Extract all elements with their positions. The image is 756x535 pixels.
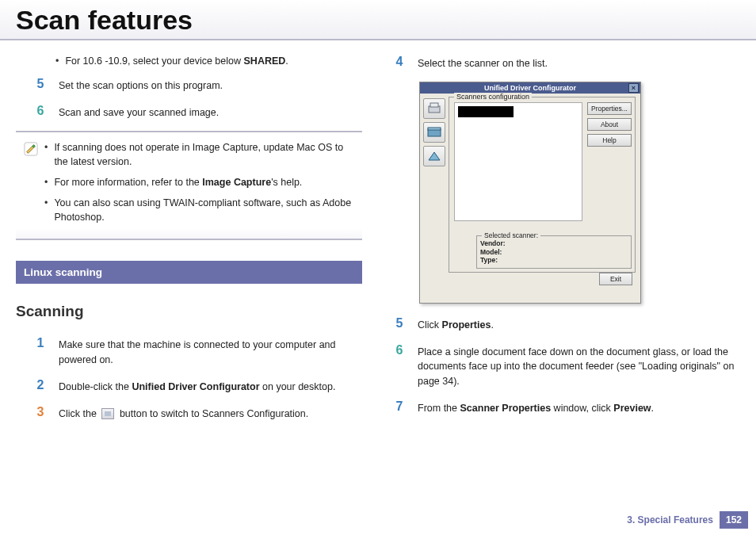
text-bold2: Preview	[613, 403, 651, 414]
linux-step-2: 2 Double-click the Unified Driver Config…	[35, 378, 362, 394]
text: For 10.6 -10.9, select your device below…	[65, 55, 288, 69]
right-column: 4 Select the scanner on the list. Unifie…	[394, 55, 740, 432]
text-pre: Click the	[59, 408, 99, 419]
step-number: 5	[394, 316, 405, 331]
note-line-3: • You can also scan using TWAIN-complian…	[44, 196, 359, 224]
page-footer: 3. Special Features 152	[627, 511, 748, 529]
text-post: 's help.	[271, 177, 302, 188]
scanner-list[interactable]	[454, 102, 582, 221]
linux-step-4: 4 Select the scanner on the list.	[394, 55, 740, 71]
step-text: Make sure that the machine is connected …	[59, 336, 362, 366]
text-bold: Image Capture	[202, 177, 271, 188]
step-number: 2	[35, 378, 46, 392]
selected-type-label: Type:	[480, 256, 628, 265]
scanner-list-item-selected[interactable]	[458, 106, 514, 117]
bullet-dot-icon: •	[44, 196, 48, 224]
selected-vendor-label: Vendor:	[480, 239, 628, 248]
bullet-dot-icon: •	[55, 55, 59, 69]
linux-step-6: 6 Place a single document face down on t…	[394, 343, 740, 388]
step-number: 7	[394, 399, 405, 414]
step-number: 1	[35, 336, 46, 350]
text-bold: Properties	[442, 319, 491, 331]
chapter-label: 3. Special Features	[627, 514, 713, 525]
window-titlebar: Unified Driver Configurator ×	[420, 82, 640, 94]
selected-scanner-legend: Selected scanner:	[482, 231, 540, 239]
text-bold: SHARED	[244, 55, 286, 67]
note-box: • If scanning does not operate in Image …	[16, 131, 362, 241]
text-mid: window, click	[551, 403, 613, 414]
step-text: From the Scanner Properties window, clic…	[418, 399, 740, 415]
printers-tab-button[interactable]	[423, 98, 445, 119]
step-text: Set the scan options on this program.	[59, 77, 362, 93]
text-bold1: Scanner Properties	[460, 403, 552, 414]
exit-button[interactable]: Exit	[599, 273, 632, 285]
step-number: 3	[35, 405, 46, 419]
text-post: on your desktop.	[260, 381, 336, 392]
note-line-1: • If scanning does not operate in Image …	[44, 140, 359, 169]
fieldset-legend: Scanners configuration	[454, 93, 532, 101]
text-post: button to switch to Scanners Configurati…	[116, 408, 308, 419]
configurator-window: Unified Driver Configurator ×	[419, 82, 641, 304]
text-post: .	[491, 319, 493, 331]
linux-step-7: 7 From the Scanner Properties window, cl…	[394, 399, 740, 415]
window-title-text: Unified Driver Configurator	[484, 84, 576, 92]
text-pre: For more information, refer to the	[54, 177, 202, 188]
linux-step-3: 3 Click the button to switch to Scanners…	[35, 405, 362, 421]
text-bold: Unified Driver Configurator	[132, 381, 259, 392]
step-text: Select the scanner on the list.	[418, 55, 740, 71]
linux-step-1: 1 Make sure that the machine is connecte…	[35, 336, 362, 366]
step-5: 5 Set the scan options on this program.	[35, 77, 362, 93]
bullet-dot-icon: •	[44, 140, 48, 169]
window-close-button[interactable]: ×	[628, 83, 639, 93]
left-column: • For 10.6 -10.9, select your device bel…	[16, 55, 362, 432]
selected-scanner-fieldset: Selected scanner: Vendor: Model: Type:	[476, 235, 632, 269]
properties-button[interactable]: Properties...	[587, 102, 632, 115]
help-button[interactable]: Help	[587, 134, 632, 147]
step-text: Click Properties.	[418, 316, 740, 332]
text: You can also scan using TWAIN-compliant …	[54, 196, 359, 224]
text: If scanning does not operate in Image Ca…	[54, 140, 359, 169]
text-pre: For 10.6 -10.9, select your device below	[65, 55, 243, 67]
step-number: 6	[35, 104, 46, 118]
step-text: Double-click the Unified Driver Configur…	[59, 378, 362, 394]
about-button[interactable]: About	[587, 118, 632, 131]
svg-marker-5	[429, 152, 440, 160]
section-bar-linux: Linux scanning	[16, 261, 362, 284]
mac-shared-bullet: • For 10.6 -10.9, select your device bel…	[55, 55, 362, 69]
subheading-scanning: Scanning	[16, 303, 362, 320]
step-text: Scan and save your scanned image.	[59, 104, 362, 120]
text: For more information, refer to the Image…	[54, 175, 302, 189]
scanners-tab-button[interactable]	[423, 122, 445, 143]
step-text: Place a single document face down on the…	[418, 343, 740, 388]
note-pencil-icon	[19, 140, 36, 231]
svg-rect-2	[430, 103, 438, 107]
bullet-dot-icon: •	[44, 175, 48, 189]
note-line-2: • For more information, refer to the Ima…	[44, 175, 359, 189]
ports-tab-button[interactable]	[423, 146, 445, 166]
linux-step-5: 5 Click Properties.	[394, 316, 740, 332]
step-number: 4	[394, 55, 405, 69]
text-pre: From the	[418, 403, 460, 414]
step-6: 6 Scan and save your scanned image.	[35, 104, 362, 120]
text-pre: Click	[418, 319, 442, 331]
page-title: Scan features	[0, 0, 756, 40]
step-text: Click the button to switch to Scanners C…	[59, 405, 362, 421]
text-post: .	[651, 403, 654, 414]
scanners-tab-icon	[101, 408, 114, 419]
step-number: 6	[394, 343, 405, 357]
svg-rect-4	[428, 128, 441, 130]
selected-model-label: Model:	[480, 248, 628, 257]
text-post: .	[285, 55, 288, 67]
page-number: 152	[720, 511, 748, 529]
text-pre: Double-click the	[59, 381, 132, 392]
step-number: 5	[35, 77, 46, 91]
